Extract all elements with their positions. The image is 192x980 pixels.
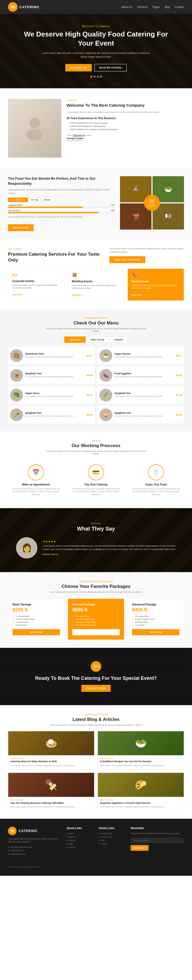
- footer-useful-links: Privacy Policy Terms of Use FAQ Contact: [99, 832, 125, 845]
- package-basic-button[interactable]: Book Now: [13, 629, 60, 635]
- footer-newsletter-input[interactable]: [131, 838, 184, 843]
- cat-tab-appetizers[interactable]: Appetizers: [64, 336, 86, 343]
- food-images: 🍲 🥗 🫕 🍱 20 YearsExperience: [120, 176, 184, 229]
- services-section: Our Services Premium Catering Services F…: [0, 239, 192, 309]
- package-basic-feat-4: Dinner Setup: [13, 624, 60, 626]
- menu-item-6: 🫛 Spaghetti Tom Lorem ipsum dolor sit am…: [97, 387, 184, 404]
- nav-pages[interactable]: Pages: [152, 6, 160, 8]
- footer-link-blog[interactable]: Blog: [67, 843, 93, 845]
- menu-item-7: 🥕 Spaghetti Tom Lorem ipsum dolor sit am…: [8, 406, 95, 423]
- package-premium-button[interactable]: Book Now: [72, 629, 120, 635]
- package-advanced-feat-3: Unlimited Wine: [132, 621, 179, 623]
- package-advanced-feat-4: Free Setup: [132, 624, 179, 626]
- about-features: 100% Available For Our Product Quality C…: [67, 122, 184, 130]
- hero-dot-3[interactable]: [97, 76, 99, 78]
- package-basic-feat-3: Unlimited Wine: [13, 621, 60, 623]
- service-readmore-wedding[interactable]: Read More ▸: [72, 294, 83, 296]
- food-grid: 🍲 🥗 🫕 🍱 20 YearsExperience: [120, 176, 184, 229]
- menu-item-desc-2: Lorem ipsum dolor sit amet consectetur a…: [114, 356, 174, 358]
- about-image: [8, 99, 61, 158]
- hero-title: We Deserve High Quality Food Catering Fo…: [16, 30, 176, 48]
- service-desc-wedding: Lorem ipsum dolor sit amet, consectetur …: [72, 284, 120, 290]
- footer-link-contact[interactable]: Contact: [67, 846, 93, 848]
- nav-services[interactable]: Services: [137, 6, 148, 8]
- menu-item-desc-5: Lorem ipsum dolor sit amet consectetur a…: [25, 395, 84, 398]
- cta-button[interactable]: CONTACT NOW: [81, 685, 110, 692]
- package-basic-features: 1 Canapés Menu 2 Sides Canapés Menu Unli…: [13, 615, 60, 626]
- food-tab-nonveg[interactable]: Non Veg: [28, 197, 41, 202]
- menu-item-img-6: 🫛: [100, 389, 112, 401]
- hero-dot-1[interactable]: [90, 76, 92, 78]
- food-tab-dessert[interactable]: Dessert: [41, 197, 53, 202]
- blog-post-title-1[interactable]: Catering Ideas for Baby Showers in 2025: [10, 760, 92, 763]
- about-content: About Us Welcome To The Best Catering Co…: [67, 99, 184, 158]
- footer-link-services[interactable]: Services: [67, 839, 93, 842]
- nav-about[interactable]: About Us: [122, 6, 133, 8]
- blog-post-title-4[interactable]: Exquisite Appetizers & French Style Dess…: [100, 802, 182, 805]
- years-number: 20: [149, 199, 154, 204]
- about-title: Welcome To The Best Catering Company: [67, 103, 184, 108]
- progress-veg: Vegetarian Menu 70%: [8, 204, 115, 208]
- hero-dot-4[interactable]: [100, 76, 102, 78]
- blog-title: Latest Blog & Articles: [8, 717, 184, 722]
- logo[interactable]: 🍽 CATERINO: [8, 2, 39, 12]
- menu-items-grid: 🥘 Sauerkraut Tarts Lorem ipsum dolor sit…: [8, 347, 184, 423]
- food-more-button[interactable]: Read More: [8, 224, 33, 231]
- footer-link-about[interactable]: About Us: [67, 836, 93, 838]
- service-card-corporate: 🍽 Corporate Events Lorem ipsum dolor sit…: [8, 269, 65, 301]
- menu-item-name-7: Spaghetti Tom: [25, 412, 84, 414]
- footer-link-home[interactable]: Home: [67, 832, 93, 834]
- service-title-social: Social Events: [132, 280, 180, 283]
- package-advanced-name: Advanced Package: [132, 603, 179, 606]
- menu-item-2: 🥗 Vegan Sauces Lorem ipsum dolor sit ame…: [97, 347, 184, 364]
- blog-post-title-2[interactable]: 5 Healthiest Recipes You Can Eat for Des…: [100, 760, 182, 763]
- menu-item-info-4: Fried Eggplant Lorem ipsum dolor sit ame…: [114, 372, 174, 379]
- food-tab-veg[interactable]: Vegetarian Menu: [8, 197, 28, 202]
- blog-date-2: March 20, 2025: [100, 757, 182, 759]
- blog-post-title-3[interactable]: Tips For Hosting Business Catering Affor…: [10, 802, 92, 805]
- footer-quick-links-col: Quick Links Home About Us Services Blog …: [67, 827, 93, 856]
- about-description: Lorem ipsum dolor sit amet consectetur a…: [67, 111, 184, 114]
- nav-blog[interactable]: Blog: [165, 6, 170, 8]
- service-readmore-corporate[interactable]: Read More ▸: [12, 294, 23, 296]
- package-advanced-button[interactable]: Book Now: [132, 629, 179, 635]
- process-step-desc-2: Lorem ipsum dolor sit amet consectetur a…: [71, 488, 121, 496]
- menu-item-desc-7: Lorem ipsum dolor sit amet consectetur a…: [25, 415, 84, 417]
- hero-contact-button[interactable]: CONTACT US: [65, 64, 92, 72]
- hero-offers-button[interactable]: MASTER OFFERS: [94, 64, 127, 72]
- menu-item-desc-8: Lorem ipsum dolor sit amet consectetur a…: [114, 415, 174, 417]
- footer-grid: 🍽 CATERINO Lorem ipsum dolor sit amet co…: [8, 827, 184, 856]
- about-signature: ~~~ Signature ~~~: [67, 134, 184, 137]
- package-premium-features: 3 Canapés Menu 4 Sides Canapés Menu 3 Dr…: [72, 615, 120, 626]
- hero-dot-2[interactable]: [94, 76, 95, 78]
- process-step-1: 📅 Make an Appointment Lorem ipsum dolor …: [8, 460, 64, 500]
- menu-section: Check Out Our Menu Check Out Our Menu Lo…: [0, 309, 192, 431]
- menu-item-4: 🍆 Fried Eggplant Lorem ipsum dolor sit a…: [97, 367, 184, 384]
- footer-newsletter-button[interactable]: Subscribe: [131, 845, 149, 851]
- hero-subtitle: Welcome To Caterino: [82, 24, 110, 28]
- navbar: 🍽 CATERINO About Us Services Pages Blog …: [0, 0, 192, 14]
- services-view-all-button[interactable]: View All Services: [109, 256, 145, 263]
- menu-item-price-2: $5.21: [176, 354, 182, 357]
- packages-title: Choose Your Favorite Packages: [8, 584, 184, 589]
- blog-body-2: March 20, 2025 5 Healthiest Recipes You …: [98, 755, 184, 769]
- package-basic-feat-1: 1 Canapés Menu: [13, 615, 60, 617]
- menu-item-price-6: $7.39: [176, 394, 182, 396]
- nav-contact[interactable]: Contact: [175, 6, 184, 8]
- footer-link-faq[interactable]: FAQ: [99, 839, 125, 842]
- hero-buttons: CONTACT US MASTER OFFERS: [65, 64, 127, 72]
- footer-link-terms[interactable]: Terms of Use: [99, 836, 125, 838]
- process-step-title-1: Make an Appointment: [11, 483, 61, 486]
- footer-link-privacy[interactable]: Privacy Policy: [99, 832, 125, 834]
- footer-link-contact2[interactable]: Contact: [99, 843, 125, 845]
- cat-tab-main[interactable]: Main Course: [86, 336, 109, 343]
- service-title-corporate: Corporate Events: [12, 280, 60, 283]
- packages-tag: Choose Your Favorite Packages: [8, 580, 184, 583]
- cat-tab-dessert[interactable]: Dessert: [109, 336, 128, 343]
- process-step-desc-1: Lorem ipsum dolor sit amet consectetur a…: [11, 488, 61, 496]
- menu-item-info-2: Vegan Sauces Lorem ipsum dolor sit amet …: [114, 352, 174, 359]
- service-readmore-social[interactable]: Read More ▸: [132, 294, 143, 296]
- logo-text: CATERINO: [19, 5, 39, 9]
- about-tag: About Us: [67, 99, 184, 102]
- package-premium: Premium Package $659.9/- 3 Canapés Menu …: [68, 598, 124, 640]
